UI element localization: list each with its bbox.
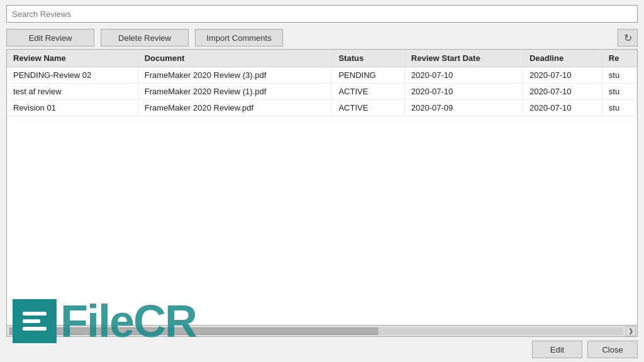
col-header-document: Document bbox=[138, 50, 332, 67]
cell-review-name: Revision 01 bbox=[7, 100, 138, 116]
cell-document: FrameMaker 2020 Review (3).pdf bbox=[138, 67, 332, 84]
cell-deadline: 2020-07-10 bbox=[523, 84, 602, 100]
cell-status: ACTIVE bbox=[332, 84, 404, 100]
cell-re: stu bbox=[602, 84, 636, 100]
scrollbar-thumb[interactable] bbox=[9, 327, 378, 335]
cell-status: ACTIVE bbox=[332, 100, 404, 116]
table-row[interactable]: PENDING-Review 02FrameMaker 2020 Review … bbox=[7, 67, 637, 84]
import-comments-button[interactable]: Import Comments bbox=[195, 29, 283, 47]
cell-review-name: PENDING-Review 02 bbox=[7, 67, 138, 84]
col-header-re: Re bbox=[602, 50, 636, 67]
cell-status: PENDING bbox=[332, 67, 404, 84]
col-header-review-name: Review Name bbox=[7, 50, 138, 67]
main-window: Edit Review Delete Review Import Comment… bbox=[0, 0, 644, 362]
scrollbar-track[interactable] bbox=[9, 327, 623, 335]
col-header-status: Status bbox=[332, 50, 404, 67]
toolbar: Edit Review Delete Review Import Comment… bbox=[0, 26, 644, 49]
cell-document: FrameMaker 2020 Review.pdf bbox=[138, 100, 332, 116]
footer: Edit Close bbox=[0, 337, 644, 362]
cell-deadline: 2020-07-10 bbox=[523, 67, 602, 84]
table-row[interactable]: test af reviewFrameMaker 2020 Review (1)… bbox=[7, 84, 637, 100]
search-bar-container bbox=[0, 0, 644, 26]
refresh-button[interactable]: ↻ bbox=[618, 29, 638, 47]
cell-re: stu bbox=[602, 100, 636, 116]
cell-review-name: test af review bbox=[7, 84, 138, 100]
table-header-row: Review Name Document Status Review Start… bbox=[7, 50, 637, 67]
horizontal-scrollbar[interactable]: ❯ bbox=[6, 326, 638, 337]
cell-document: FrameMaker 2020 Review (1).pdf bbox=[138, 84, 332, 100]
cell-review-start-date: 2020-07-10 bbox=[404, 84, 523, 100]
delete-review-button[interactable]: Delete Review bbox=[101, 29, 189, 47]
cell-review-start-date: 2020-07-10 bbox=[404, 67, 523, 84]
edit-button[interactable]: Edit bbox=[532, 341, 582, 358]
table-container: Review Name Document Status Review Start… bbox=[6, 49, 638, 326]
search-input[interactable] bbox=[6, 5, 638, 23]
close-button[interactable]: Close bbox=[587, 341, 638, 358]
edit-review-button[interactable]: Edit Review bbox=[6, 29, 94, 47]
cell-deadline: 2020-07-10 bbox=[523, 100, 602, 116]
cell-re: stu bbox=[602, 67, 636, 84]
table-row[interactable]: Revision 01FrameMaker 2020 Review.pdfACT… bbox=[7, 100, 637, 116]
cell-review-start-date: 2020-07-09 bbox=[404, 100, 523, 116]
scroll-right-arrow[interactable]: ❯ bbox=[626, 326, 636, 336]
col-header-deadline: Deadline bbox=[523, 50, 602, 67]
reviews-table: Review Name Document Status Review Start… bbox=[7, 50, 637, 116]
col-header-review-start-date: Review Start Date bbox=[404, 50, 523, 67]
